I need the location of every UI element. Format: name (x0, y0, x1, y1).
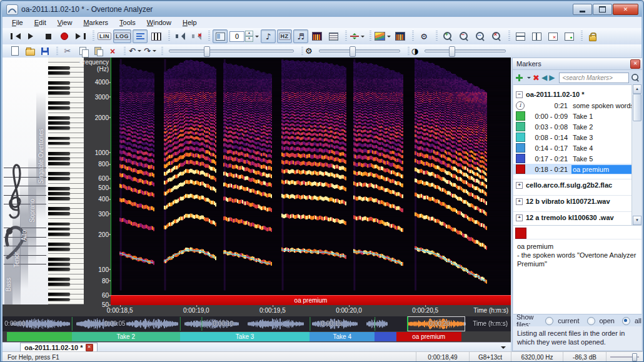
window-toggle-button[interactable] (213, 29, 228, 43)
pane-close-button[interactable]: ✕ (545, 29, 560, 43)
record-button[interactable] (57, 29, 72, 43)
next-marker-icon[interactable]: ▶ (549, 74, 555, 81)
piano-key-black[interactable] (48, 197, 70, 200)
scroll-up-icon[interactable]: ▲ (633, 84, 641, 94)
piano-key-white[interactable] (48, 58, 84, 63)
marker-row[interactable]: 0:14 - 0:17Take 4 (513, 143, 641, 153)
redo-button[interactable]: ↷ (143, 45, 157, 57)
piano-key-black[interactable] (48, 106, 70, 109)
delete-button[interactable]: × (106, 45, 119, 57)
spinner-down-icon[interactable]: ▼ (245, 36, 253, 42)
lines-square-button[interactable] (326, 29, 341, 43)
marker-row[interactable]: 0:03 - 0:08Take 2 (513, 121, 641, 132)
menu-item-edit[interactable]: Edit (29, 18, 52, 28)
expand-icon[interactable]: + (516, 182, 523, 189)
piano-key-black[interactable] (48, 86, 70, 89)
piano-key-black[interactable] (48, 243, 70, 246)
expand-icon[interactable]: + (516, 214, 523, 221)
paste-button[interactable] (91, 45, 104, 57)
piano-key-black[interactable] (48, 81, 70, 84)
dropdown-arrow-icon[interactable] (361, 36, 365, 39)
piano-key-black[interactable] (48, 298, 70, 301)
marker-file-group[interactable]: +cello.arco.ff.sulg.g2b2.flac (513, 179, 641, 191)
radio-show-current[interactable] (545, 317, 553, 325)
piano-key-black[interactable] (48, 278, 70, 281)
hz-button-button[interactable]: HZ (277, 29, 292, 43)
previous-marker-icon[interactable]: ◀ (541, 74, 547, 81)
open-folder-button[interactable] (23, 45, 37, 57)
piano-key-black[interactable] (48, 187, 70, 190)
overview-selection-box[interactable] (407, 316, 465, 331)
cut-button[interactable]: ✂ (61, 45, 74, 57)
marker-file-group[interactable]: +12 a tremolo kl100630 .wav (513, 211, 641, 223)
piano-key-black[interactable] (48, 172, 70, 175)
scrollbar-thumb[interactable] (633, 94, 641, 121)
take-band-take-4[interactable]: Take 4 (309, 332, 375, 341)
copy-button[interactable] (76, 45, 89, 57)
take-band-oa-premium[interactable]: oa premium (396, 332, 461, 341)
menu-item-help[interactable]: Help (177, 18, 203, 28)
menu-item-tools[interactable]: Tools (114, 18, 141, 28)
piano-key-black[interactable] (48, 212, 70, 215)
piano-key-black[interactable] (48, 223, 70, 226)
piano-key-black[interactable] (48, 152, 70, 155)
marker-row[interactable]: 0:17 - 0:21Take 5 (513, 153, 641, 164)
piano-key-black[interactable] (48, 248, 70, 251)
marker-row[interactable]: 0:08 - 0:14Take 3 (513, 132, 641, 143)
take-band-take-2[interactable]: Take 2 (72, 332, 180, 341)
piano-key-black[interactable] (48, 91, 70, 94)
new-document-button[interactable] (8, 45, 22, 57)
skip-end-button[interactable] (73, 29, 88, 43)
minimize-button[interactable] (573, 4, 592, 15)
search-icon[interactable] (631, 74, 639, 81)
marker-detail[interactable]: oa premium - the spoken words "Overtone … (513, 239, 641, 314)
gain-slider-thumb[interactable] (350, 46, 356, 57)
piano-key-black[interactable] (48, 162, 70, 165)
marker-row[interactable]: 0:18 - 0:21oa premium (513, 164, 641, 174)
menu-item-view[interactable]: View (52, 18, 78, 28)
gear-button[interactable]: ⚙ (416, 29, 431, 43)
piano-key-black[interactable] (48, 258, 70, 261)
delete-marker-icon[interactable]: ✖ (533, 74, 540, 82)
marker-band[interactable]: oa premium (111, 295, 511, 305)
search-markers-input[interactable]: <search Markers> (559, 73, 629, 83)
speaker-button[interactable]: ) (173, 29, 188, 43)
waveform-overview[interactable]: Time (h:m:s) 0:00:000:00:050:00:100:00:1… (3, 316, 511, 331)
piano-keyboard[interactable] (48, 58, 85, 304)
zoom-out-button[interactable]: − (456, 29, 471, 43)
marker-file-group[interactable]: −oa-2011.11.02-10 * (513, 89, 641, 100)
layout-rows-button[interactable] (513, 29, 528, 43)
zoom-slider-thumb[interactable] (204, 46, 210, 57)
piano-key-black[interactable] (48, 66, 70, 69)
note-button[interactable]: ♪ (261, 29, 276, 43)
menu-item-markers[interactable]: Markers (78, 18, 114, 28)
dropdown-arrow-icon[interactable] (387, 36, 391, 39)
layout-columns-button[interactable] (529, 29, 544, 43)
spinner-dropdown-icon[interactable] (255, 36, 259, 39)
status-volume-slider[interactable] (606, 352, 643, 362)
menu-item-file[interactable]: File (6, 18, 29, 28)
spectrogram-canvas[interactable] (111, 58, 511, 295)
split-view-button[interactable] (350, 29, 365, 43)
tab-list-dropdown-icon[interactable] (501, 346, 506, 351)
piano-key-black[interactable] (48, 121, 70, 124)
spectrum-view-button[interactable] (393, 29, 408, 43)
marker-list-button[interactable] (133, 29, 148, 43)
piano-key-black[interactable] (48, 207, 70, 210)
close-button[interactable]: ✕ (613, 4, 638, 15)
piano-key-black[interactable] (48, 116, 70, 119)
lock-button[interactable] (585, 29, 600, 43)
piano-key-black[interactable] (48, 101, 70, 104)
piano-keyboard-button[interactable] (149, 29, 164, 43)
save-button[interactable] (38, 45, 52, 57)
zoom-width-button[interactable]: ↔ (473, 29, 488, 43)
piano-key-black[interactable] (48, 192, 70, 195)
spectrum-square-button[interactable] (309, 29, 325, 43)
markers-scrollbar[interactable]: ▲ ▼ (631, 84, 641, 225)
menu-item-window[interactable]: Window (141, 18, 177, 28)
piano-key-black[interactable] (48, 71, 70, 74)
spinner-up-icon[interactable]: ▲ (245, 31, 253, 36)
maximize-button[interactable] (593, 4, 612, 15)
marker-row[interactable]: i0:21some spoken words (513, 100, 641, 111)
expand-icon[interactable]: + (516, 198, 523, 205)
